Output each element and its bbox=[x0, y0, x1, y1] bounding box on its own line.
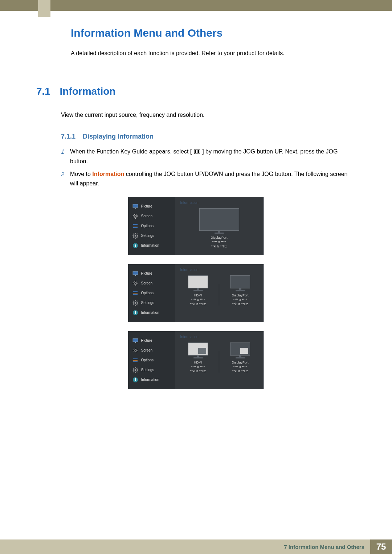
osd-label: Options bbox=[141, 224, 154, 228]
osd-label: Settings bbox=[141, 301, 154, 305]
step-1: 1 When the Function Key Guide appears, s… bbox=[61, 147, 356, 166]
osd-label: Settings bbox=[141, 368, 154, 372]
osd-sidebar: Picture Screen Options Settings Informat… bbox=[128, 331, 175, 389]
svg-rect-6 bbox=[133, 224, 138, 225]
svg-rect-24 bbox=[133, 291, 138, 292]
gear-icon bbox=[132, 367, 138, 373]
osd-panel-1: Picture Screen Options Settings Informat… bbox=[128, 197, 264, 255]
menu-glyph-icon bbox=[194, 147, 200, 157]
divider bbox=[219, 351, 219, 373]
svg-line-16 bbox=[137, 237, 138, 238]
svg-rect-39 bbox=[135, 312, 136, 314]
svg-line-52 bbox=[137, 372, 138, 372]
svg-rect-3 bbox=[198, 150, 199, 153]
svg-rect-40 bbox=[133, 338, 138, 342]
osd-label: Options bbox=[141, 358, 154, 362]
frequency-label: **kHz **Hz bbox=[211, 245, 227, 249]
osd-item-screen: Screen bbox=[128, 278, 175, 288]
step-number: 2 bbox=[61, 169, 70, 188]
svg-rect-2 bbox=[197, 150, 197, 153]
osd-label: Picture bbox=[141, 271, 152, 275]
arrows-icon bbox=[132, 213, 138, 219]
osd-label: Information bbox=[141, 243, 159, 247]
osd-item-options: Options bbox=[128, 355, 175, 365]
monitor-info: DisplayPort **** x **** **kHz **Hz bbox=[232, 361, 248, 373]
monitor-graphic: HDMI **** x **** **kHz **Hz bbox=[188, 275, 208, 306]
divider bbox=[219, 284, 219, 305]
osd-label: Settings bbox=[141, 234, 154, 238]
osd-label: Options bbox=[141, 291, 154, 295]
osd-label: Picture bbox=[141, 204, 152, 208]
svg-line-33 bbox=[133, 301, 134, 301]
svg-line-36 bbox=[137, 301, 138, 301]
steps-list: 1 When the Function Key Guide appears, s… bbox=[61, 147, 356, 188]
gear-icon bbox=[132, 233, 138, 239]
svg-rect-4 bbox=[133, 204, 138, 208]
step2-highlight: Information bbox=[92, 171, 124, 177]
arrows-icon bbox=[132, 280, 138, 286]
svg-rect-26 bbox=[133, 294, 138, 295]
osd-label: Picture bbox=[141, 338, 152, 342]
svg-rect-23 bbox=[135, 275, 136, 276]
osd-item-picture: Picture bbox=[128, 336, 175, 345]
osd-item-picture: Picture bbox=[128, 201, 175, 211]
step1-pre: When the Function Key Guide appears, sel… bbox=[70, 148, 192, 155]
svg-rect-8 bbox=[133, 227, 138, 228]
monitor-icon bbox=[132, 204, 138, 209]
svg-rect-5 bbox=[135, 208, 136, 209]
osd-item-settings: Settings bbox=[128, 365, 175, 375]
port-label: DisplayPort bbox=[232, 294, 248, 298]
section-description: View the current input source, frequency… bbox=[61, 112, 356, 118]
pip-inset bbox=[198, 348, 206, 354]
step-2: 2 Move to Information controlling the JO… bbox=[61, 169, 356, 188]
step-text: Move to Information controlling the JOG … bbox=[70, 169, 356, 188]
osd-item-settings: Settings bbox=[128, 298, 175, 308]
svg-point-10 bbox=[135, 235, 136, 237]
osd-panel-2: Picture Screen Options Settings Informat… bbox=[128, 264, 264, 322]
resolution-label: **** x **** bbox=[232, 298, 248, 302]
svg-rect-44 bbox=[133, 361, 138, 362]
svg-rect-1 bbox=[195, 150, 196, 153]
section-header: 7.1 Information bbox=[36, 86, 356, 97]
resolution-label: **** x **** bbox=[190, 365, 206, 369]
frequency-label: **kHz **Hz bbox=[232, 302, 248, 307]
step2-pre: Move to bbox=[70, 171, 92, 177]
port-label: DisplayPort bbox=[211, 236, 227, 240]
svg-line-51 bbox=[133, 368, 134, 369]
monitor-display-dual: HDMI **** x **** **kHz **Hz DisplayPort … bbox=[180, 275, 258, 306]
info-icon bbox=[132, 243, 138, 249]
pip-inset bbox=[240, 348, 248, 354]
frequency-label: **kHz **Hz bbox=[190, 369, 206, 374]
monitor-display: DisplayPort **** x **** **kHz **Hz bbox=[180, 208, 258, 249]
resolution-label: **** x **** bbox=[232, 365, 248, 369]
list-icon bbox=[132, 357, 138, 363]
osd-content: Information DisplayPort **** x **** **kH… bbox=[175, 197, 263, 255]
svg-point-28 bbox=[135, 302, 136, 304]
osd-label: Information bbox=[141, 378, 159, 382]
svg-line-54 bbox=[137, 368, 138, 369]
osd-panel-3: Picture Screen Options Settings Informat… bbox=[128, 331, 264, 389]
page-footer: 7 Information Menu and Others 75 bbox=[0, 539, 392, 554]
osd-item-picture: Picture bbox=[128, 268, 175, 278]
chapter-title: Information Menu and Others bbox=[71, 27, 356, 39]
port-label: HDMI bbox=[190, 294, 206, 298]
osd-label: Information bbox=[141, 311, 159, 315]
monitor-graphic: DisplayPort **** x **** **kHz **Hz bbox=[199, 208, 239, 249]
monitor-graphic: DisplayPort **** x **** **kHz **Hz bbox=[230, 342, 250, 373]
footer-page-number: 75 bbox=[370, 539, 392, 554]
subsection-number: 7.1.1 bbox=[61, 133, 81, 140]
osd-content: Information HDMI **** x **** **kHz **Hz bbox=[175, 331, 263, 389]
osd-item-options: Options bbox=[128, 221, 175, 231]
step-text: When the Function Key Guide appears, sel… bbox=[70, 147, 356, 166]
subsection-header: 7.1.1 Displaying Information bbox=[61, 133, 356, 140]
svg-rect-41 bbox=[135, 342, 136, 343]
osd-item-information: Information bbox=[128, 308, 175, 317]
list-icon bbox=[132, 290, 138, 296]
osd-label: Screen bbox=[141, 348, 153, 352]
frequency-label: **kHz **Hz bbox=[232, 369, 248, 374]
osd-item-settings: Settings bbox=[128, 231, 175, 241]
info-icon bbox=[132, 310, 138, 316]
svg-rect-57 bbox=[135, 379, 136, 381]
subsection-title-text: Displaying Information bbox=[83, 133, 154, 140]
svg-line-18 bbox=[137, 234, 138, 234]
